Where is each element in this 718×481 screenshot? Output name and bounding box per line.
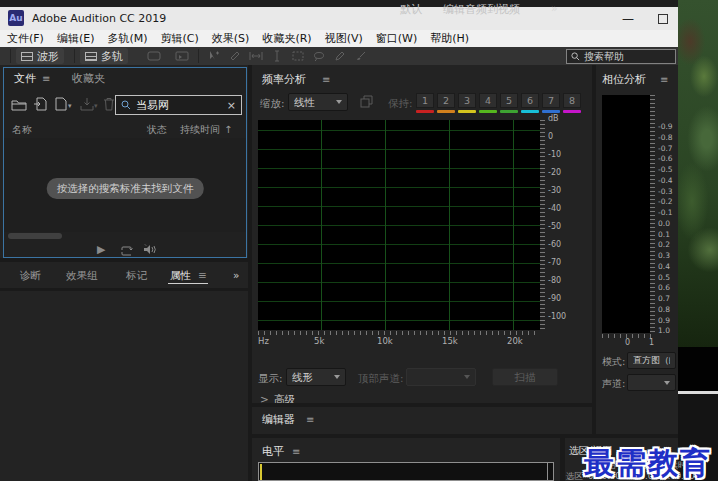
hold-button[interactable]: 6 <box>521 93 539 108</box>
play-icon[interactable]: ▶ <box>97 244 105 255</box>
new-file-icon[interactable] <box>55 97 67 111</box>
hz-tick-label: Hz <box>258 337 269 346</box>
hold-button[interactable]: 4 <box>479 93 497 108</box>
slip-tool-icon[interactable] <box>248 49 264 63</box>
chevron-down-icon[interactable]: ▾ <box>68 103 72 110</box>
column-header-status[interactable]: 状态 <box>147 125 167 135</box>
column-header-duration[interactable]: 持续时间 <box>180 125 220 135</box>
waveform-label: 波形 <box>37 51 59 62</box>
sort-up-icon[interactable]: ↑ <box>224 125 232 135</box>
db-tick-label: -100 <box>548 313 578 321</box>
hz-tick-label: 15k <box>442 337 458 346</box>
import-file-icon[interactable] <box>33 97 47 111</box>
watermark-text: 最需教育 <box>584 448 712 478</box>
db-tick-label: dB <box>548 115 578 123</box>
mode-label: 模式: <box>602 357 625 367</box>
phase-graph <box>602 95 650 333</box>
close-icon[interactable]: × <box>227 100 236 111</box>
waveform-view-button[interactable]: 波形 <box>16 48 64 64</box>
phase-tick-label: 1.0 <box>658 327 678 335</box>
hold-button[interactable]: 8 <box>563 93 581 108</box>
channel-label: 声道: <box>602 379 625 389</box>
panel-gap <box>0 258 248 262</box>
files-search-box[interactable]: × <box>115 95 242 115</box>
display-select[interactable]: 线形 <box>286 368 346 386</box>
panel-menu-icon[interactable]: ≡ <box>292 447 300 457</box>
meter-divider <box>547 463 548 480</box>
window-title: Adobe Audition CC 2019 <box>32 13 166 24</box>
tab-markers[interactable]: 标记 <box>126 270 147 281</box>
hold-button[interactable]: 1 <box>416 93 434 108</box>
phase-tick-label: 0.7 <box>658 295 678 303</box>
hold-buttons: 12345678 <box>416 93 581 108</box>
tab-files[interactable]: 文件 <box>14 73 36 84</box>
menu-item[interactable]: 窗口(W) <box>376 33 417 44</box>
minimize-button[interactable]: — <box>612 7 644 30</box>
menu-item[interactable]: 收藏夹(R) <box>262 33 311 44</box>
tab-favorites[interactable]: 收藏夹 <box>72 73 105 84</box>
menu-item[interactable]: 视图(V) <box>325 33 363 44</box>
top-channel-label: 顶部声道: <box>358 373 404 384</box>
tab-effects-rack[interactable]: 效果组 <box>66 270 98 281</box>
brush-tool-icon[interactable] <box>353 49 369 63</box>
menu-item[interactable]: 文件(F) <box>7 33 44 44</box>
open-folder-icon[interactable] <box>11 98 27 111</box>
ibeam-tool-icon[interactable] <box>269 49 285 63</box>
help-search-box[interactable]: 搜索帮助 <box>566 49 676 64</box>
level-meter <box>258 462 554 481</box>
files-search-input[interactable] <box>136 99 222 112</box>
waveform-grid-icon <box>21 52 33 61</box>
db-scale: dB0-10-20-30-40-50-60-70-80-90-100 <box>548 115 578 321</box>
column-header-name[interactable]: 名称 <box>12 125 32 135</box>
speaker-icon[interactable] <box>143 243 157 259</box>
channel-select[interactable] <box>627 374 676 391</box>
phase-tick-label: -0.5 <box>658 166 678 174</box>
db-tick-label: -50 <box>548 223 578 231</box>
db-tick-label: -20 <box>548 169 578 177</box>
panel-menu-icon[interactable]: ≡ <box>198 270 207 281</box>
lasso-tool-icon[interactable] <box>311 49 327 63</box>
hold-button[interactable]: 5 <box>500 93 518 108</box>
help-search-placeholder: 搜索帮助 <box>584 52 624 62</box>
horizontal-scrollbar[interactable] <box>8 233 62 239</box>
workspace-current-button[interactable]: 编辑音频到视频 <box>443 4 520 15</box>
multitrack-view-button[interactable]: 多轨 <box>80 48 128 64</box>
chevron-down-icon <box>334 375 340 379</box>
panel-gap <box>252 403 592 407</box>
monitor-icon <box>146 49 162 63</box>
workspace-default-button[interactable]: 默认 <box>400 4 422 15</box>
workspace-overflow-button[interactable]: » <box>551 3 558 14</box>
editor-panel-title: 编辑器 <box>262 414 295 425</box>
move-tool-icon[interactable] <box>206 49 222 63</box>
hold-color-bar <box>563 110 581 113</box>
menu-item[interactable]: 编辑(E) <box>57 33 95 44</box>
panel-gap <box>0 288 248 291</box>
hold-color-bar <box>500 110 518 113</box>
panel-menu-icon[interactable]: ≡ <box>42 74 50 84</box>
hz-ruler-ticks <box>258 331 540 335</box>
maximize-button[interactable] <box>648 7 678 30</box>
tabs-overflow-button[interactable]: » <box>233 270 239 281</box>
phase-tick-label: 0.0 <box>658 220 678 228</box>
tab-properties[interactable]: 属性 <box>170 270 191 281</box>
mode-select[interactable]: 直方图（白 <box>627 352 676 369</box>
marquee-tool-icon[interactable] <box>290 49 306 63</box>
menu-item[interactable]: 帮助(H) <box>430 33 469 44</box>
panel-menu-icon[interactable]: ≡ <box>306 415 314 425</box>
menu-item[interactable]: 剪辑(C) <box>161 33 199 44</box>
hold-button[interactable]: 2 <box>437 93 455 108</box>
selection-row-label: 选区 <box>566 472 583 481</box>
hold-button[interactable]: 3 <box>458 93 476 108</box>
tab-diagnostics[interactable]: 诊断 <box>20 270 41 281</box>
pencil-tool-icon[interactable] <box>332 49 348 63</box>
menu-item[interactable]: 多轨(M) <box>107 33 147 44</box>
razor-tool-icon[interactable] <box>227 49 243 63</box>
panel-menu-icon[interactable]: ≡ <box>660 75 668 85</box>
zoom-select[interactable]: 线性 <box>288 93 348 111</box>
menu-item[interactable]: 效果(S) <box>212 33 250 44</box>
phase-axis-zero: 0 <box>625 339 630 347</box>
panel-menu-icon[interactable]: ≡ <box>322 75 330 85</box>
phase-tick-label: -0.3 <box>658 188 678 196</box>
hold-button[interactable]: 7 <box>542 93 560 108</box>
phase-tick-label: 0.3 <box>658 252 678 260</box>
